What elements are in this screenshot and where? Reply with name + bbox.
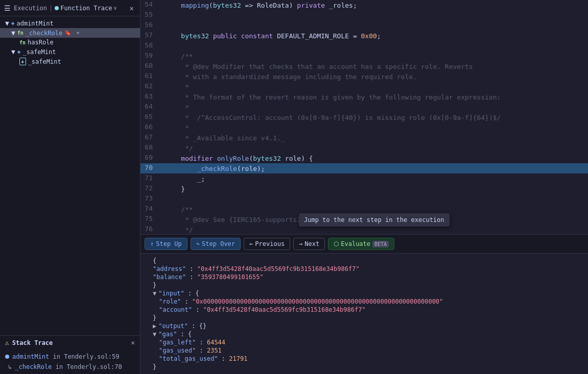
code-line-74: 74 /** — [140, 204, 588, 214]
json-line-gas-open: ▼"gas" : { — [140, 330, 588, 338]
code-content-55 — [161, 10, 588, 20]
code-content-73 — [161, 194, 588, 204]
tree-arrow-admintMint: ▼ — [3, 19, 9, 27]
contract-icon-safeMint: ◈ — [17, 48, 21, 55]
json-brace-close-input: } — [153, 314, 156, 321]
tree-item-checkRole[interactable]: ▼ fn _checkRole 🔖 + — [0, 28, 140, 38]
code-content-63: * The format of the revert reason is giv… — [161, 92, 588, 102]
code-line-69: 69 modifier onlyRole(bytes32 role) { — [140, 153, 588, 163]
json-colon-gas-left: : — [196, 339, 207, 346]
step-up-label: Step Up — [156, 240, 182, 247]
json-line-output: ▶"output" : {} — [140, 322, 588, 330]
line-number-72: 72 — [140, 184, 161, 194]
stack-text-admintMint: admintMint in Tenderly.sol:59 — [12, 353, 120, 360]
active-dot — [55, 6, 59, 10]
step-over-icon: ↷ — [196, 240, 200, 247]
previous-button[interactable]: ← Previous — [244, 238, 290, 250]
previous-label: Previous — [255, 240, 285, 247]
tree-item-safeMint-parent[interactable]: ▼ ◈ _safeMint — [0, 47, 140, 57]
code-line-61: 61 * with a standardized message includi… — [140, 71, 588, 82]
line-number-59: 59 — [140, 51, 161, 61]
json-key-balance: "balance" — [153, 273, 186, 281]
code-content-70: _checkRole(role); — [161, 163, 588, 173]
json-line-close-input: } — [140, 314, 588, 322]
json-val-account: "0x4ff3d5428f40aac5d5569fc9b315168e34b98… — [203, 306, 366, 313]
line-number-54: 54 — [140, 0, 161, 10]
line-number-74: 74 — [140, 204, 161, 214]
code-content-64: * — [161, 102, 588, 112]
execution-tab[interactable]: Execution — [14, 5, 47, 12]
code-line-73: 73 — [140, 194, 588, 204]
json-val-role: "0x0000000000000000000000000000000000000… — [192, 298, 443, 305]
code-content-71: _; — [161, 173, 588, 184]
line-number-55: 55 — [140, 10, 161, 20]
tree-label-admintMint: admintMint — [16, 20, 53, 27]
line-number-65: 65 — [140, 112, 161, 122]
debug-toolbar: ↑ Step Up ↷ Step Over ← Previous → Next … — [140, 234, 588, 253]
stack-item-admintMint[interactable]: admintMint in Tenderly.sol:59 — [0, 352, 140, 362]
line-number-73: 73 — [140, 194, 161, 204]
add-button-checkRole[interactable]: + — [75, 29, 81, 37]
json-brace-close-gas: } — [153, 363, 156, 370]
stack-trace-header: ⚠ Stack Trace ✕ — [0, 336, 140, 350]
step-up-icon: ↑ — [150, 240, 154, 247]
contract-icon-admintMint: ◈ — [11, 20, 15, 27]
code-line-76: 76 */ — [140, 225, 588, 234]
close-panel-button[interactable]: ✕ — [128, 3, 136, 13]
json-colon-role: : — [181, 298, 192, 305]
step-over-label: Step Over — [202, 240, 235, 247]
code-line-70: 70 _checkRole(role); — [140, 163, 588, 173]
code-content-74: /** — [161, 204, 588, 214]
code-line-64: 64 * — [140, 102, 588, 112]
json-key-role: "role" — [159, 298, 181, 305]
line-number-75: 75 — [140, 214, 161, 225]
code-line-67: 67 * _Available since v4.1._ — [140, 133, 588, 143]
json-arrow-input[interactable]: ▼ — [153, 290, 156, 297]
step-over-button[interactable]: ↷ Step Over — [191, 238, 241, 250]
hamburger-icon[interactable]: ☰ — [4, 4, 11, 12]
tree-item-admintMint[interactable]: ▼ ◈ admintMint — [0, 18, 140, 28]
code-line-62: 62 * — [140, 82, 588, 92]
next-button[interactable]: → Next — [293, 238, 325, 250]
code-line-66: 66 * — [140, 122, 588, 133]
fn-icon-hasRole: fn — [19, 40, 26, 45]
tree-item-hasRole[interactable]: fn hasRole — [0, 38, 140, 47]
evaluate-button[interactable]: ⬡ Evaluate BETA — [328, 238, 394, 250]
main-panel: 54 mapping(bytes32 => RoleData) private … — [140, 0, 588, 374]
sidebar: ☰ Execution | Function Trace ∨ ✕ ▼ ◈ adm… — [0, 0, 140, 374]
code-line-72: 72 } — [140, 184, 588, 194]
code-content-57: bytes32 public constant DEFAULT_ADMIN_RO… — [161, 31, 588, 41]
code-line-59: 59 /** — [140, 51, 588, 61]
beta-badge: BETA — [372, 241, 389, 247]
line-number-67: 67 — [140, 133, 161, 143]
code-content-75: * @dev See {IERC165-supportsInterface}. — [161, 214, 588, 225]
line-number-76: 76 — [140, 225, 161, 234]
code-line-63: 63 * The format of the revert reason is … — [140, 92, 588, 102]
stack-trace-close-button[interactable]: ✕ — [131, 339, 135, 346]
step-up-button[interactable]: ↑ Step Up — [145, 238, 187, 250]
fn-icon-checkRole: fn — [17, 30, 23, 36]
line-number-62: 62 — [140, 82, 161, 92]
line-number-68: 68 — [140, 143, 161, 153]
json-key-gas-used: "gas_used" — [159, 347, 196, 354]
json-arrow-gas[interactable]: ▼ — [153, 331, 156, 338]
stack-item-checkRole[interactable]: ↳ _checkRole in Tenderly.sol:70 — [0, 362, 140, 372]
evaluate-icon: ⬡ — [334, 240, 339, 247]
code-content-62: * — [161, 82, 588, 92]
json-val-balance: "3593780499101655" — [197, 273, 264, 281]
json-brace-open: { — [153, 257, 156, 264]
line-number-71: 71 — [140, 173, 161, 184]
json-line-address-open: { — [140, 257, 588, 265]
json-val-gas-used: 2351 — [207, 347, 222, 354]
stack-trace-items: admintMint in Tenderly.sol:59 ↳ _checkRo… — [0, 350, 140, 374]
line-number-66: 66 — [140, 122, 161, 133]
json-arrow-output[interactable]: ▶ — [153, 322, 156, 330]
warning-icon: ⚠ — [5, 339, 9, 346]
code-content-76: */ — [161, 225, 588, 234]
function-trace-tab[interactable]: Function Trace ∨ — [55, 5, 116, 12]
tree-item-safeMint-fn[interactable]: + _safeMint — [0, 57, 140, 66]
json-colon-address: : — [186, 265, 197, 272]
code-line-57: 57 bytes32 public constant DEFAULT_ADMIN… — [140, 31, 588, 41]
json-line-role: "role" : "0x0000000000000000000000000000… — [140, 297, 588, 306]
json-line-total-gas: "total_gas_used" : 21791 — [140, 355, 588, 363]
